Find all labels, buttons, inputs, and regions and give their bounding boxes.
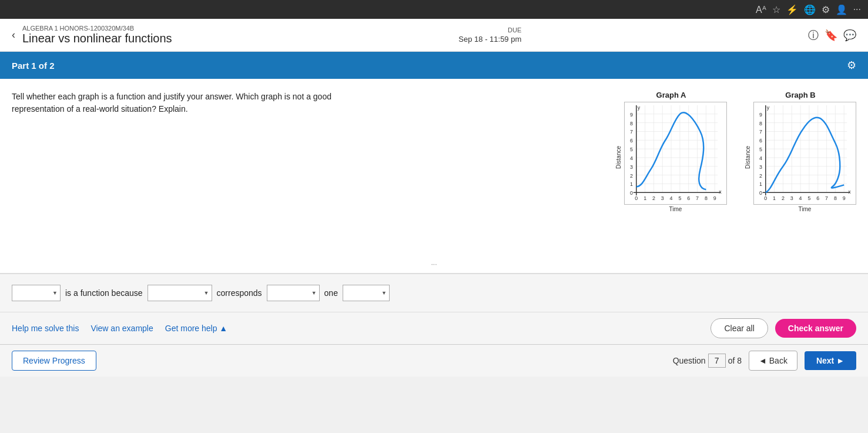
corresponds-label: corresponds bbox=[217, 288, 262, 298]
question-number: 7 bbox=[708, 354, 726, 368]
question-text-area: Tell whether each graph is a function an… bbox=[12, 91, 604, 249]
dropdown1-wrapper: Graph A Graph B bbox=[12, 285, 61, 301]
svg-text:5: 5 bbox=[678, 195, 681, 201]
svg-text:7: 7 bbox=[825, 195, 828, 201]
svg-text:y: y bbox=[767, 105, 770, 111]
svg-text:9: 9 bbox=[759, 112, 762, 118]
svg-text:6: 6 bbox=[759, 138, 762, 144]
svg-text:2: 2 bbox=[630, 173, 633, 179]
browser-icon-2[interactable]: ☆ bbox=[772, 4, 780, 15]
dropdown4-select[interactable]: y-value x-value bbox=[343, 285, 390, 301]
svg-text:1: 1 bbox=[773, 195, 776, 201]
browser-icon-3[interactable]: ⚡ bbox=[786, 4, 798, 15]
graph-b-title: Graph B bbox=[785, 91, 815, 99]
svg-text:6: 6 bbox=[816, 195, 819, 201]
dropdown4-wrapper: y-value x-value bbox=[343, 285, 390, 301]
question-area: Tell whether each graph is a function an… bbox=[0, 79, 868, 255]
header-icons: ⓘ 🔖 💬 bbox=[808, 28, 856, 42]
dropdown3-select[interactable]: to exactly bbox=[267, 285, 320, 301]
back-button[interactable]: ◄ Back bbox=[749, 351, 797, 371]
header-left: ‹ ALGEBRA 1 HONORS-1200320M/34B Linear v… bbox=[12, 25, 172, 45]
browser-icon-1[interactable]: Aᴬ bbox=[756, 4, 766, 15]
view-example-link[interactable]: View an example bbox=[91, 324, 153, 333]
browser-icon-7[interactable]: ··· bbox=[853, 4, 861, 15]
svg-text:7: 7 bbox=[630, 129, 633, 135]
answer-area: Graph A Graph B is a function because ea… bbox=[0, 274, 868, 312]
browser-top-bar: Aᴬ ☆ ⚡ 🌐 ⚙ 👤 ··· bbox=[0, 0, 868, 19]
svg-text:8: 8 bbox=[705, 195, 708, 201]
chat-icon[interactable]: 💬 bbox=[843, 29, 856, 42]
svg-text:5: 5 bbox=[759, 146, 762, 152]
graph-b-x-label: Time bbox=[799, 206, 812, 212]
dropdown2-wrapper: each x-value each y-value bbox=[148, 285, 212, 301]
header-title-area: ALGEBRA 1 HONORS-1200320M/34B Linear vs … bbox=[22, 25, 172, 45]
header-title: Linear vs nonlinear functions bbox=[22, 32, 172, 45]
browser-icon-6[interactable]: 👤 bbox=[836, 4, 847, 15]
header: ‹ ALGEBRA 1 HONORS-1200320M/34B Linear v… bbox=[0, 19, 868, 52]
due-date: Sep 18 - 11:59 pm bbox=[458, 35, 521, 44]
dropdown2-select[interactable]: each x-value each y-value bbox=[148, 285, 212, 301]
nav-footer: Review Progress Question 7 of 8 ◄ Back N… bbox=[0, 344, 868, 377]
svg-text:x: x bbox=[848, 189, 851, 195]
svg-text:y: y bbox=[638, 105, 641, 111]
check-answer-button[interactable]: Check answer bbox=[775, 319, 856, 338]
nav-left: Review Progress bbox=[12, 351, 96, 371]
info-icon[interactable]: ⓘ bbox=[808, 28, 819, 42]
graph-a-title: Graph A bbox=[656, 91, 686, 99]
svg-text:0: 0 bbox=[764, 195, 767, 201]
back-arrow-icon[interactable]: ‹ bbox=[12, 29, 15, 41]
review-progress-button[interactable]: Review Progress bbox=[12, 351, 96, 371]
dots-separator: ··· bbox=[0, 255, 868, 273]
svg-text:0: 0 bbox=[630, 190, 633, 196]
svg-text:2: 2 bbox=[759, 173, 762, 179]
svg-text:1: 1 bbox=[759, 181, 762, 187]
graph-b-container: Graph B Distance bbox=[745, 91, 856, 249]
svg-text:5: 5 bbox=[807, 195, 810, 201]
svg-text:4: 4 bbox=[670, 195, 673, 201]
bottom-right: Clear all Check answer bbox=[711, 318, 856, 338]
settings-icon[interactable]: ⚙ bbox=[847, 59, 856, 72]
graph-a-wrapper: Distance bbox=[615, 102, 727, 212]
part-bar: Part 1 of 2 ⚙ bbox=[0, 52, 868, 79]
svg-text:9: 9 bbox=[630, 112, 633, 118]
svg-text:0: 0 bbox=[759, 190, 762, 196]
bottom-area: Help me solve this View an example Get m… bbox=[0, 312, 868, 344]
svg-text:8: 8 bbox=[630, 121, 633, 126]
header-subtitle: ALGEBRA 1 HONORS-1200320M/34B bbox=[22, 25, 172, 32]
graph-b-wrapper: Distance bbox=[745, 102, 856, 212]
svg-text:0: 0 bbox=[635, 195, 638, 201]
svg-text:6: 6 bbox=[630, 138, 633, 144]
graph-a-y-label: Distance bbox=[615, 146, 622, 169]
browser-icon-5[interactable]: ⚙ bbox=[822, 4, 830, 15]
next-button[interactable]: Next ► bbox=[805, 351, 856, 370]
question-label: Question bbox=[673, 356, 706, 365]
bookmark-icon[interactable]: 🔖 bbox=[825, 29, 837, 42]
question-indicator: Question 7 of 8 bbox=[673, 354, 742, 368]
dropdown1-select[interactable]: Graph A Graph B bbox=[12, 285, 61, 301]
svg-text:4: 4 bbox=[630, 155, 633, 161]
question-text: Tell whether each graph is a function an… bbox=[12, 91, 364, 115]
svg-text:3: 3 bbox=[759, 164, 762, 170]
nav-right: Question 7 of 8 ◄ Back Next ► bbox=[673, 351, 856, 371]
graph-b-svg: 0 1 2 3 4 5 6 7 8 9 0 1 bbox=[753, 102, 856, 205]
graph-a-x-label: Time bbox=[669, 206, 682, 212]
browser-icon-4[interactable]: 🌐 bbox=[804, 4, 816, 15]
part-label: Part 1 of 2 bbox=[12, 61, 55, 71]
graph-a-inner: 0 1 2 3 4 5 6 7 8 9 0 1 bbox=[624, 102, 727, 212]
svg-text:1: 1 bbox=[630, 181, 633, 187]
clear-all-button[interactable]: Clear all bbox=[711, 318, 768, 338]
graph-a-svg: 0 1 2 3 4 5 6 7 8 9 0 1 bbox=[624, 102, 727, 205]
graph-a-container: Graph A Distance bbox=[615, 91, 727, 249]
svg-text:3: 3 bbox=[630, 164, 633, 170]
svg-text:8: 8 bbox=[759, 121, 762, 126]
svg-text:6: 6 bbox=[687, 195, 690, 201]
svg-text:4: 4 bbox=[759, 155, 762, 161]
svg-text:3: 3 bbox=[790, 195, 793, 201]
help-me-solve-link[interactable]: Help me solve this bbox=[12, 324, 79, 333]
svg-text:1: 1 bbox=[644, 195, 646, 201]
get-more-help-link[interactable]: Get more help ▲ bbox=[165, 324, 227, 333]
svg-text:7: 7 bbox=[696, 195, 699, 201]
svg-text:x: x bbox=[719, 189, 722, 195]
svg-text:2: 2 bbox=[652, 195, 655, 201]
header-right: DUE Sep 18 - 11:59 pm bbox=[458, 26, 521, 44]
